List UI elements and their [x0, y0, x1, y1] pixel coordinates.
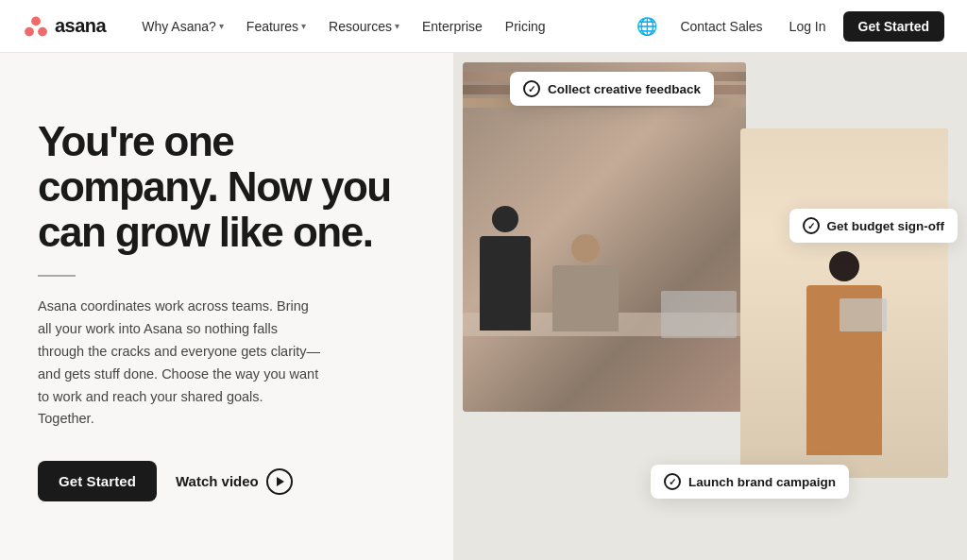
get-started-nav-button[interactable]: Get Started [843, 11, 944, 42]
nav-features[interactable]: Features ▾ [237, 13, 315, 40]
nav-links-left: Why Asana? ▾ Features ▾ Resources ▾ Ente… [132, 13, 631, 40]
tooltip-launch-campaign: ✓ Launch brand campaign [651, 465, 849, 499]
play-triangle [277, 477, 284, 486]
check-circle-icon: ✓ [523, 80, 540, 97]
hero-left-panel: You're one company. Now you can grow lik… [0, 53, 453, 560]
main-content: You're one company. Now you can grow lik… [0, 53, 967, 560]
check-mark: ✓ [528, 84, 535, 94]
nav-why-asana[interactable]: Why Asana? ▾ [132, 13, 233, 40]
hero-divider [38, 275, 76, 277]
photo-main [463, 62, 746, 412]
tooltip-budget-signoff: ✓ Get budget sign-off [789, 209, 958, 243]
photo-collage: ✓ Collect creative feedback ✓ Get budget… [453, 53, 967, 560]
chevron-down-icon: ▾ [395, 21, 399, 31]
get-started-hero-button[interactable]: Get Started [38, 461, 157, 501]
navbar: asana Why Asana? ▾ Features ▾ Resources … [0, 0, 967, 53]
check-circle-icon: ✓ [803, 217, 820, 234]
contact-sales-link[interactable]: Contact Sales [670, 13, 772, 40]
hero-headline: You're one company. Now you can grow lik… [38, 119, 416, 256]
tooltip-collect-feedback: ✓ Collect creative feedback [510, 72, 714, 106]
logo-text: asana [55, 15, 106, 37]
svg-point-2 [38, 26, 47, 36]
photo-secondary [740, 128, 948, 478]
asana-logo-icon [23, 13, 49, 40]
check-circle-icon: ✓ [664, 473, 681, 490]
person-hallway [802, 251, 887, 478]
person-seated [538, 234, 633, 338]
svg-point-0 [31, 16, 41, 25]
watch-video-button[interactable]: Watch video [176, 468, 293, 495]
chevron-down-icon: ▾ [301, 21, 306, 31]
person-standing [477, 206, 534, 338]
laptop-shape [661, 291, 737, 338]
logo-link[interactable]: asana [23, 13, 106, 40]
nav-links-right: 🌐 Contact Sales Log In Get Started [631, 10, 944, 42]
nav-resources[interactable]: Resources ▾ [319, 13, 409, 40]
language-selector-button[interactable]: 🌐 [631, 10, 663, 42]
cta-row: Get Started Watch video [38, 461, 416, 501]
nav-enterprise[interactable]: Enterprise [413, 13, 492, 40]
chevron-down-icon: ▾ [219, 21, 224, 31]
hero-subtext: Asana coordinates work across teams. Bri… [38, 296, 321, 432]
globe-icon: 🌐 [636, 17, 657, 36]
play-icon [266, 468, 293, 495]
hero-right-panel: ✓ Collect creative feedback ✓ Get budget… [453, 53, 967, 560]
photo-sec-bg [740, 128, 948, 478]
photo-main-bg [463, 62, 746, 412]
check-mark: ✓ [669, 477, 676, 487]
login-link[interactable]: Log In [780, 13, 836, 40]
check-mark: ✓ [807, 221, 815, 231]
svg-point-1 [25, 26, 34, 36]
nav-pricing[interactable]: Pricing [496, 13, 555, 40]
